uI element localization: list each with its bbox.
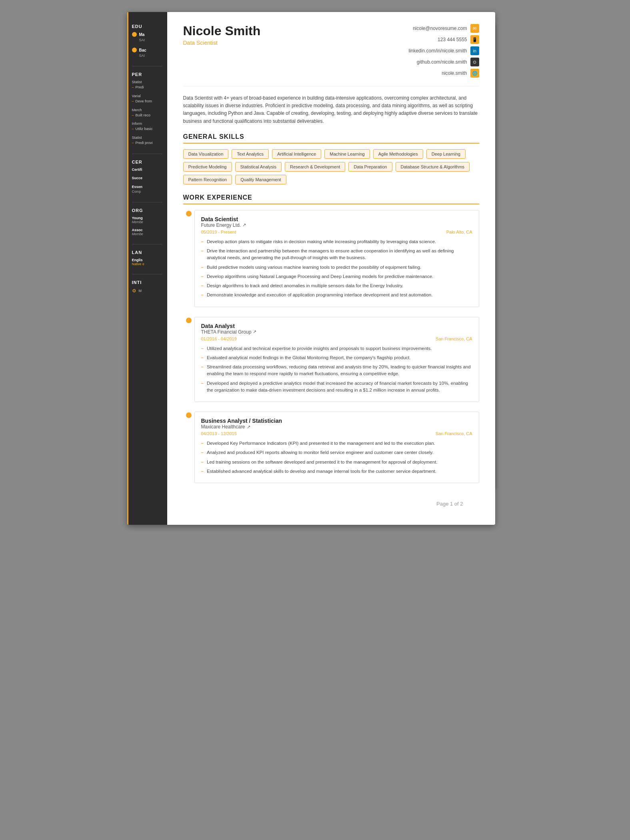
dates-row-3: 04/2013 - 12/2015 San Francisco, CA (201, 431, 472, 436)
bullet-2-2: – Evaluated analytical model findings in… (201, 354, 472, 361)
skill-tag: Predictive Modeling (183, 162, 232, 172)
main-content: Nicole Smith Data Scientist nicole@novor… (167, 12, 495, 525)
page-indicator: Page 1 of 2 (183, 493, 479, 513)
edu-degree-2: Bac (139, 48, 146, 53)
work-content-1: Data Scientist Future Energy Ltd. ↗ 05/2… (194, 210, 479, 307)
edu-school-1: SAI (139, 38, 145, 43)
company-1: Future Energy Ltd. ↗ (201, 222, 472, 228)
bullet-1-3: – Build predictive models using various … (201, 264, 472, 271)
company-2: THETA Financial Group ↗ (201, 329, 472, 335)
skill-bar-statist: Statist – Predi (132, 80, 162, 90)
company-3: Maxicare Healthcare ↗ (201, 424, 472, 430)
edu-degree-1: Ma (139, 32, 145, 38)
github-icon: ⊙ (470, 58, 479, 66)
job-bullets-1: – Develop action plans to mitigate risks… (201, 238, 472, 299)
sidebar-cer-title: CER (132, 160, 162, 164)
candidate-name: Nicole Smith (183, 24, 261, 38)
bullet-3-1: – Developed Key Performance Indicators (… (201, 440, 472, 447)
sidebar-personal-skills: PER Statist – Predi Varial – Deve from (127, 72, 167, 145)
dates-row-2: 01/2016 - 04/2019 San Francisco, CA (201, 336, 472, 341)
sidebar-languages: LAN Englis Native e (127, 250, 167, 266)
sidebar: EDU Ma SAI Bac SAI (127, 12, 167, 525)
lang-1: Englis Native e (132, 258, 162, 266)
header-right: nicole@novoresume.com ✉ 123 444 5555 📱 l… (408, 24, 479, 80)
skill-bar-statist2: Statist – Predi provi (132, 136, 162, 146)
skill-tag: Text Analytics (232, 149, 269, 159)
cert-3: Essen Comp (132, 185, 162, 194)
skill-tag: Artificial Intelligence (272, 149, 321, 159)
cert-2: Succe (132, 176, 162, 181)
sidebar-org-title: ORG (132, 208, 162, 213)
skill-tag: Quality Management (235, 175, 286, 184)
work-dot-2 (186, 318, 192, 323)
bullet-1-5: – Design algorithms to track and detect … (201, 282, 472, 289)
bullet-2-1: – Utilized analytical and technical expe… (201, 345, 472, 352)
sidebar-int-title: INTI (132, 280, 162, 285)
job-bullets-2: – Utilized analytical and technical expe… (201, 345, 472, 394)
header-left: Nicole Smith Data Scientist (183, 24, 261, 46)
company-link-icon-2: ↗ (253, 329, 256, 334)
job-location-1: Palo Alto, CA (446, 230, 472, 234)
bullet-2-4: – Developed and deployed a predictive an… (201, 380, 472, 394)
company-link-icon-1: ↗ (242, 222, 246, 228)
skill-tag: Data Visualization (183, 149, 229, 159)
contact-linkedin: linkedin.com/in/nicole.smith in (408, 46, 479, 55)
work-dot-1 (186, 211, 192, 216)
work-section: WORK EXPERIENCE Data Scientist Future En… (183, 194, 479, 483)
job-title-1: Data Scientist (201, 216, 472, 222)
email-icon: ✉ (470, 24, 479, 33)
skill-tag: Statistical Analysis (235, 162, 282, 172)
sidebar-lan-title: LAN (132, 250, 162, 255)
skill-bar-merch: Merch – Built reco (132, 108, 162, 118)
page-label: Page 1 of 2 (436, 501, 463, 507)
skills-section-title: GENERAL SKILLS (183, 133, 479, 144)
interest-text-1: M (139, 289, 142, 293)
sidebar-per-title: PER (132, 72, 162, 77)
sidebar-education: EDU Ma SAI Bac SAI (127, 24, 167, 58)
work-item-2: Data Analyst THETA Financial Group ↗ 01/… (183, 317, 479, 402)
work-dot-col-1 (183, 210, 194, 307)
cert-1: Certifi (132, 168, 162, 172)
skills-tags-container: Data VisualizationText AnalyticsArtifici… (183, 149, 479, 184)
skill-bar-inform: Inform – Utiliz basic (132, 122, 162, 132)
sidebar-edu-item-2: Bac SAI (132, 48, 162, 58)
linkedin-icon: in (470, 46, 479, 55)
job-title-2: Data Analyst (201, 323, 472, 329)
bullet-1-2: – Drive the interaction and partnership … (201, 248, 472, 262)
job-title-3: Business Analyst / Statistician (201, 418, 472, 424)
sidebar-divider-1 (132, 66, 162, 66)
skill-tag: Deep Learning (426, 149, 466, 159)
interest-1: ⚙ M (132, 288, 162, 294)
work-item-3: Business Analyst / Statistician Maxicare… (183, 412, 479, 483)
job-dates-3: 04/2013 - 12/2015 (201, 431, 237, 436)
bullet-1-1: – Develop action plans to mitigate risks… (201, 238, 472, 245)
sidebar-interests: INTI ⚙ M (127, 280, 167, 294)
work-dot-col-2 (183, 317, 194, 402)
org-1: Young Membe (132, 216, 162, 224)
sidebar-certifications: CER Certifi Succe Essen Comp (127, 160, 167, 194)
sidebar-divider-2 (132, 154, 162, 154)
edu-school-2: SAI (139, 53, 146, 58)
contact-website: nicole.smith 🌐 (408, 69, 479, 78)
website-icon: 🌐 (470, 69, 479, 78)
job-location-3: San Francisco, CA (436, 431, 472, 436)
work-content-2: Data Analyst THETA Financial Group ↗ 01/… (194, 317, 479, 402)
contact-email: nicole@novoresume.com ✉ (408, 24, 479, 33)
edu-dot-2 (132, 48, 137, 52)
skill-tag: Agile Methodologies (373, 149, 423, 159)
interest-icon-1: ⚙ (132, 288, 136, 294)
bullet-3-3: – Led training sessions on the software … (201, 459, 472, 466)
job-bullets-3: – Developed Key Performance Indicators (… (201, 440, 472, 475)
dates-row-1: 05/2019 - Present Palo Alto, CA (201, 230, 472, 234)
page-wrapper: Page 2 of 2 EDU Ma SAI Bac (127, 12, 503, 525)
skill-tag: Machine Learning (324, 149, 370, 159)
contact-github: github.com/nicole.smith ⊙ (408, 58, 479, 66)
resume-header: Nicole Smith Data Scientist nicole@novor… (183, 24, 479, 86)
sidebar-accent-line (127, 12, 128, 525)
summary-text: Data Scientist with 4+ years of broad-ba… (183, 94, 479, 125)
sidebar-divider-4 (132, 244, 162, 244)
work-item-1: Data Scientist Future Energy Ltd. ↗ 05/2… (183, 210, 479, 307)
skill-bar-varial: Varial – Deve from (132, 94, 162, 104)
bullet-3-2: – Analyzed and produced KPI reports allo… (201, 449, 472, 456)
candidate-job-title: Data Scientist (183, 40, 261, 46)
